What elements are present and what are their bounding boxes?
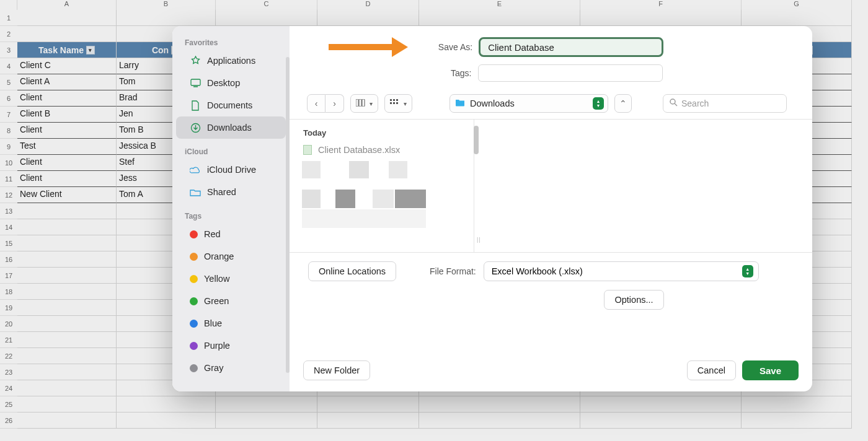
col-header[interactable]: C (216, 0, 317, 10)
cell[interactable] (580, 396, 742, 413)
cell[interactable] (117, 396, 216, 413)
row-header[interactable]: 10 (0, 155, 17, 171)
row-header[interactable]: 11 (0, 171, 17, 187)
row-header[interactable]: 7 (0, 107, 17, 123)
row-header[interactable]: 5 (0, 74, 17, 90)
col-header[interactable]: A (17, 0, 117, 10)
cell[interactable] (17, 268, 117, 284)
cell[interactable] (742, 413, 852, 429)
row-header[interactable]: 16 (0, 251, 17, 268)
cell[interactable] (17, 26, 117, 42)
row-header[interactable]: 12 (0, 187, 17, 203)
cell[interactable] (17, 316, 117, 332)
search-field[interactable]: Search (663, 94, 787, 113)
save-button[interactable]: Save (742, 360, 799, 380)
row-header[interactable]: 13 (0, 203, 17, 219)
sidebar-item-downloads[interactable]: Downloads (176, 116, 286, 139)
sidebar-item-icloud-drive[interactable]: iCloud Drive (176, 159, 286, 181)
cell[interactable] (17, 284, 117, 300)
cell[interactable]: Test (17, 139, 117, 155)
cell[interactable]: Client A (17, 74, 117, 90)
cell[interactable]: Client (17, 155, 117, 171)
row-header[interactable]: 9 (0, 139, 17, 155)
sidebar-item-applications[interactable]: Applications (176, 50, 286, 72)
cell[interactable] (419, 10, 580, 26)
sidebar-tag-green[interactable]: Green (176, 290, 286, 312)
cell[interactable] (17, 348, 117, 364)
row-header[interactable]: 6 (0, 90, 17, 107)
new-folder-button[interactable]: New Folder (303, 360, 370, 380)
col-header[interactable]: B (117, 0, 216, 10)
online-locations-button[interactable]: Online Locations (308, 261, 396, 281)
row-header[interactable]: 4 (0, 58, 17, 74)
sidebar-tag-yellow[interactable]: Yellow (176, 268, 286, 290)
sidebar-tag-blue[interactable]: Blue (176, 312, 286, 334)
cell[interactable] (117, 413, 216, 429)
cell[interactable] (742, 10, 852, 26)
cell[interactable]: New Client (17, 187, 117, 203)
cell[interactable] (17, 203, 117, 219)
sidebar-item-documents[interactable]: Documents (176, 94, 286, 116)
filter-icon[interactable]: ▾ (86, 46, 95, 55)
column-resize-handle[interactable]: || (477, 237, 480, 248)
cancel-button[interactable]: Cancel (687, 360, 736, 380)
cell[interactable]: Client C (17, 58, 117, 74)
cell[interactable]: Client (17, 171, 117, 187)
cell[interactable] (117, 10, 216, 26)
file-format-dropdown[interactable]: Excel Workbook (.xlsx) ▲▼ (484, 261, 759, 281)
file-row[interactable]: Client Database.xlsx (290, 142, 474, 157)
sidebar-tag-purple[interactable]: Purple (176, 334, 286, 357)
cell[interactable] (17, 396, 117, 413)
col-header[interactable]: D (317, 0, 419, 10)
sidebar-tag-red[interactable]: Red (176, 223, 286, 245)
cell[interactable] (216, 396, 317, 413)
row-header[interactable]: 20 (0, 316, 17, 332)
cell[interactable] (17, 235, 117, 251)
cell[interactable] (17, 364, 117, 380)
cell[interactable] (216, 413, 317, 429)
tags-input[interactable] (478, 64, 663, 82)
sidebar-tag-gray[interactable]: Gray (176, 357, 286, 379)
cell[interactable] (580, 413, 742, 429)
collapse-button[interactable]: ⌃ (614, 94, 632, 113)
cell[interactable] (317, 413, 419, 429)
col-header[interactable]: F (580, 0, 742, 10)
row-header[interactable]: 15 (0, 235, 17, 251)
row-header[interactable]: 17 (0, 268, 17, 284)
col-header[interactable]: E (419, 0, 580, 10)
cell[interactable] (742, 396, 852, 413)
cell[interactable]: Client (17, 123, 117, 139)
row-header[interactable]: 25 (0, 396, 17, 413)
options-button[interactable]: Options... (604, 290, 663, 310)
cell[interactable]: Client (17, 90, 117, 107)
row-header[interactable]: 8 (0, 123, 17, 139)
sidebar-tag-orange[interactable]: Orange (176, 245, 286, 268)
forward-button[interactable]: › (326, 94, 344, 113)
row-header[interactable]: 14 (0, 219, 17, 235)
row-header[interactable]: 22 (0, 348, 17, 364)
back-button[interactable]: ‹ (307, 94, 326, 113)
row-header[interactable]: 26 (0, 413, 17, 429)
row-header[interactable]: 21 (0, 332, 17, 348)
cell[interactable] (317, 10, 419, 26)
cell[interactable] (17, 251, 117, 268)
cell[interactable] (419, 413, 580, 429)
row-header[interactable]: 3 (0, 42, 17, 58)
row-header[interactable]: 18 (0, 284, 17, 300)
col-header[interactable]: G (742, 0, 852, 10)
cell[interactable]: Client B (17, 107, 117, 123)
sidebar-item-desktop[interactable]: Desktop (176, 72, 286, 94)
row-header[interactable]: 1 (0, 10, 17, 26)
view-columns-button[interactable]: ▾ (350, 94, 378, 113)
save-as-input[interactable] (479, 37, 663, 57)
cell[interactable] (17, 413, 117, 429)
cell[interactable] (216, 10, 317, 26)
row-header[interactable]: 2 (0, 26, 17, 42)
cell[interactable] (17, 300, 117, 316)
cell[interactable] (17, 332, 117, 348)
cell[interactable] (317, 396, 419, 413)
row-header[interactable]: 24 (0, 380, 17, 396)
row-header[interactable]: 19 (0, 300, 17, 316)
cell[interactable] (17, 380, 117, 396)
cell[interactable] (17, 10, 117, 26)
